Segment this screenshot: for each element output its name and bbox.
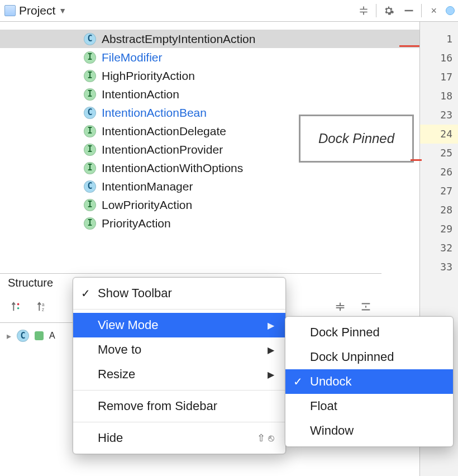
callout-connector <box>399 45 419 47</box>
interface-badge-icon: I <box>84 217 96 230</box>
tree-spacer <box>0 22 419 30</box>
gutter-line-number[interactable]: 26 <box>420 163 458 182</box>
toolbar-divider <box>376 4 376 17</box>
tree-item-label: IntentionAction <box>102 88 179 101</box>
tree-item-label: IntentionManager <box>102 180 193 193</box>
view-mode-submenu: Dock PinnedDock Unpinned✓UndockFloatWind… <box>285 316 454 447</box>
interface-badge-icon: I <box>84 144 96 156</box>
svg-text:z: z <box>42 307 44 312</box>
tree-item-label: AbstractEmptyIntentionAction <box>102 32 255 46</box>
menu-item-label: View Mode <box>98 318 158 332</box>
tree-item-label: PriorityAction <box>102 217 171 230</box>
gutter-line-number[interactable]: 32 <box>420 239 458 258</box>
collapse-all-icon[interactable] <box>358 299 374 315</box>
submenu-item[interactable]: Dock Pinned <box>285 320 453 345</box>
tree-item-label: IntentionActionProvider <box>102 143 223 156</box>
menu-item-label: Hide <box>98 431 123 445</box>
expand-all-icon[interactable] <box>332 299 348 315</box>
submenu-item-label: Undock <box>310 374 352 389</box>
package-icon <box>35 331 44 340</box>
menu-shortcut: ⇧ ⎋ <box>257 432 274 444</box>
view-selector-label: Project <box>19 4 55 17</box>
menu-item[interactable]: Hide⇧ ⎋ <box>73 426 285 450</box>
tree-item[interactable]: CAbstractEmptyIntentionAction <box>0 30 419 48</box>
tree-item[interactable]: IIntentionAction <box>0 85 419 103</box>
menu-item[interactable]: Resize▶ <box>73 362 285 387</box>
editor-tab-badge-icon <box>446 6 455 15</box>
interface-badge-icon: I <box>84 70 96 82</box>
menu-item[interactable]: ✓Show Toolbar <box>73 281 285 306</box>
check-icon: ✓ <box>81 287 90 300</box>
tree-item-label: IntentionActionBean <box>102 106 207 120</box>
gutter-line-number[interactable]: 29 <box>420 220 458 239</box>
interface-badge-icon: I <box>84 88 96 101</box>
gutter-line-number[interactable]: 1 <box>420 30 458 49</box>
tree-item-label: LowPriorityAction <box>102 198 192 212</box>
gutter-line-number[interactable]: 33 <box>420 258 458 277</box>
menu-item-label: Move to <box>98 342 141 357</box>
svg-text:a: a <box>42 302 45 307</box>
gutter-line-number[interactable]: 24 <box>420 125 458 144</box>
submenu-item-label: Float <box>310 399 337 413</box>
tree-item[interactable]: ILowPriorityAction <box>0 196 419 214</box>
tree-item[interactable]: IHighPriorityAction <box>0 66 419 85</box>
menu-separator <box>73 422 285 422</box>
menu-item-label: Resize <box>98 367 135 382</box>
project-view-icon <box>4 5 16 16</box>
submenu-arrow-icon: ▶ <box>268 320 274 331</box>
submenu-arrow-icon: ▶ <box>268 345 274 355</box>
sort-by-visibility-icon[interactable] <box>8 299 23 315</box>
close-tab-icon[interactable]: × <box>426 5 441 17</box>
menu-item[interactable]: Remove from Sidebar <box>73 394 285 418</box>
gutter-line-number[interactable]: 27 <box>420 182 458 201</box>
svg-point-1 <box>17 307 20 310</box>
interface-badge-icon: I <box>84 162 96 174</box>
menu-separator <box>73 309 285 310</box>
tree-expand-icon[interactable]: ▸ <box>7 331 11 341</box>
structure-breadcrumb-label: A <box>49 331 55 341</box>
submenu-item[interactable]: Dock Unpinned <box>285 345 453 369</box>
tree-item-label: FileModifier <box>102 51 163 64</box>
gutter-line-number[interactable]: 16 <box>420 49 458 68</box>
tree-item[interactable]: IFileModifier <box>0 48 419 66</box>
gutter-line-number[interactable]: 23 <box>420 106 458 125</box>
menu-separator <box>73 390 285 391</box>
dock-mode-callout-text: Dock Pinned <box>318 130 394 147</box>
interface-badge-icon: I <box>84 199 96 211</box>
check-icon: ✓ <box>293 375 303 388</box>
class-badge-icon: C <box>84 33 96 45</box>
dock-mode-callout: Dock Pinned <box>299 115 414 163</box>
tree-item-label: HighPriorityAction <box>102 69 195 83</box>
menu-item-label: Show Toolbar <box>98 286 172 301</box>
interface-badge-icon: I <box>84 51 96 64</box>
gutter-line-number[interactable]: 17 <box>420 68 458 87</box>
view-selector[interactable]: Project ▼ <box>4 4 66 17</box>
header-divider <box>421 4 422 17</box>
tree-item-label: IntentionActionWithOptions <box>102 161 243 175</box>
class-badge-icon: C <box>84 180 96 193</box>
submenu-item[interactable]: Float <box>285 394 453 418</box>
tool-window-header: Project ▼ × <box>0 0 458 22</box>
class-badge-icon: C <box>84 107 96 119</box>
submenu-item-label: Dock Pinned <box>310 325 380 340</box>
tool-window-context-menu: ✓Show ToolbarView Mode▶Move to▶Resize▶Re… <box>73 277 286 454</box>
hide-button[interactable] <box>401 3 417 18</box>
submenu-item[interactable]: ✓Undock <box>285 369 453 394</box>
tree-item[interactable]: IPriorityAction <box>0 214 419 232</box>
sort-alphabetically-icon[interactable]: az <box>34 299 49 315</box>
chevron-down-icon: ▼ <box>59 6 66 15</box>
submenu-item-label: Window <box>310 423 354 438</box>
submenu-item[interactable]: Window <box>285 418 453 443</box>
class-badge-icon: C <box>17 330 29 342</box>
menu-item-label: Remove from Sidebar <box>98 399 217 413</box>
menu-item[interactable]: Move to▶ <box>73 337 285 362</box>
tree-item[interactable]: CIntentionManager <box>0 177 419 196</box>
gutter-line-number[interactable]: 28 <box>420 201 458 220</box>
structure-title: Structure <box>8 277 53 289</box>
gutter-line-number[interactable]: 25 <box>420 144 458 163</box>
gutter-line-number[interactable]: 18 <box>420 87 458 106</box>
collapse-all-button[interactable] <box>356 3 371 18</box>
settings-button[interactable] <box>381 3 397 18</box>
menu-item[interactable]: View Mode▶ <box>73 313 285 337</box>
interface-badge-icon: I <box>84 125 96 137</box>
